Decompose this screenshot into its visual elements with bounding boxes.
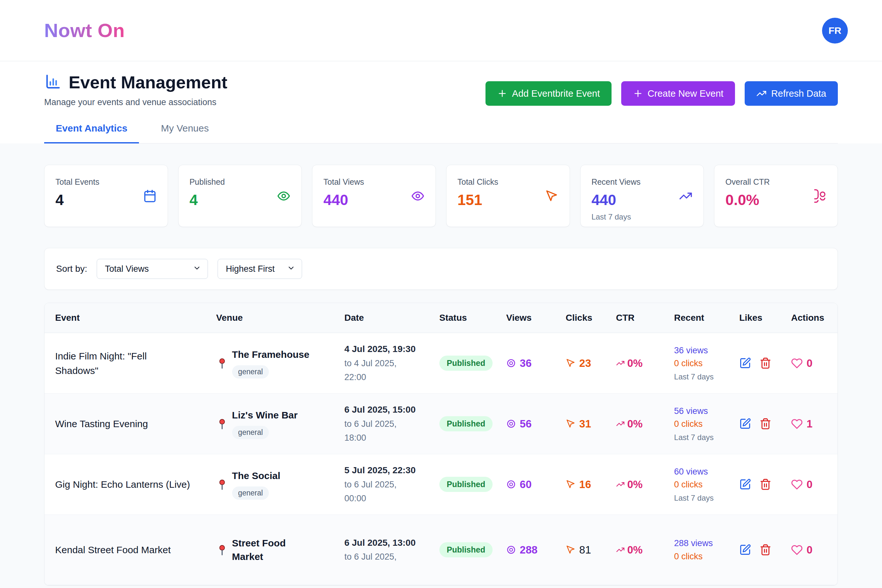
row-actions bbox=[733, 544, 786, 556]
likes-cell: 0 bbox=[786, 544, 837, 556]
clicks-count: 16 bbox=[579, 478, 591, 490]
column-header: Venue bbox=[211, 313, 338, 323]
cursor-icon bbox=[566, 419, 576, 429]
column-header: Actions bbox=[786, 313, 837, 323]
heart-icon[interactable] bbox=[791, 357, 803, 369]
sort-direction-select[interactable]: Highest First bbox=[218, 259, 302, 279]
trending-up-icon bbox=[616, 359, 625, 368]
date-start: 6 Jul 2025, 13:00 bbox=[344, 536, 431, 550]
column-header: Views bbox=[504, 313, 563, 323]
stat-sublabel: Last 7 days bbox=[591, 213, 693, 222]
refresh-data-button[interactable]: Refresh Data bbox=[745, 81, 838, 106]
delete-button[interactable] bbox=[759, 478, 771, 490]
recent-clicks: 0 clicks bbox=[674, 478, 716, 491]
delete-button[interactable] bbox=[759, 544, 771, 556]
cursor-icon bbox=[566, 479, 576, 489]
stat-card: Published 4 bbox=[178, 165, 302, 227]
stat-card: Recent Views 440 Last 7 days bbox=[580, 165, 704, 227]
date-to: to 6 Jul 2025, bbox=[344, 417, 431, 431]
recent-cell: 36 views 0 clicks Last 7 days bbox=[667, 344, 716, 382]
status-badge: Published bbox=[440, 477, 493, 492]
page-header: Event Management Manage your events and … bbox=[0, 61, 882, 144]
map-pin-icon bbox=[216, 418, 228, 430]
users-icon bbox=[813, 189, 826, 203]
date-start: 5 Jul 2025, 22:30 bbox=[344, 463, 431, 478]
tab-my-venues[interactable]: My Venues bbox=[149, 123, 220, 144]
stat-card: Total Events 4 bbox=[44, 165, 168, 227]
calendar-icon bbox=[143, 189, 157, 203]
date-cell: 5 Jul 2025, 22:30 to 6 Jul 2025, 00:00 bbox=[338, 463, 435, 506]
stat-card: Overall CTR 0.0% bbox=[714, 165, 838, 227]
tab-bar: Event Analytics My Venues bbox=[44, 123, 838, 144]
recent-clicks: 0 clicks bbox=[674, 417, 716, 430]
venue-name: The Framehouse bbox=[232, 348, 309, 362]
clicks-count: 81 bbox=[579, 544, 591, 556]
stat-value: 440 bbox=[323, 191, 424, 208]
add-eventbrite-event-button[interactable]: Add Eventbrite Event bbox=[486, 81, 611, 106]
venue-tag-badge: general bbox=[232, 365, 269, 378]
table-row: Wine Tasting Evening Liz's Wine Bar gene… bbox=[45, 394, 837, 454]
venue-info: The Social general bbox=[232, 469, 280, 500]
edit-button[interactable] bbox=[739, 357, 751, 369]
table-body: Indie Film Night: "Fell Shadows" The Fra… bbox=[45, 333, 837, 585]
venue-cell: Liz's Wine Bar general bbox=[211, 408, 338, 439]
recent-views: 288 views bbox=[674, 537, 714, 550]
sort-field-select[interactable]: Total Views bbox=[97, 259, 208, 279]
column-header: Recent bbox=[667, 313, 733, 323]
column-header: Likes bbox=[733, 313, 786, 323]
date-start: 6 Jul 2025, 15:00 bbox=[344, 403, 431, 417]
recent-period: Last 7 days bbox=[674, 371, 716, 382]
venue-cell: The Social general bbox=[211, 469, 338, 500]
ctr-cell: 0% bbox=[615, 418, 667, 430]
heart-icon[interactable] bbox=[791, 479, 803, 490]
table-header-row: EventVenueDateStatusViewsClicksCTRRecent… bbox=[45, 303, 837, 333]
stat-value: 4 bbox=[56, 191, 157, 208]
likes-count: 0 bbox=[807, 357, 812, 369]
stat-label: Total Views bbox=[323, 177, 424, 187]
avatar[interactable]: FR bbox=[822, 18, 848, 44]
edit-button[interactable] bbox=[739, 478, 751, 490]
edit-button[interactable] bbox=[739, 544, 751, 556]
stat-card: Total Views 440 bbox=[312, 165, 436, 227]
eye-icon bbox=[277, 189, 291, 203]
sort-direction-value: Highest First bbox=[226, 264, 274, 274]
date-to: to 4 Jul 2025, bbox=[344, 357, 431, 370]
ctr-cell: 0% bbox=[615, 478, 667, 490]
delete-button[interactable] bbox=[759, 357, 771, 369]
event-name: Indie Film Night: "Fell Shadows" bbox=[45, 342, 211, 384]
venue-info: Street Food Market bbox=[232, 536, 314, 564]
recent-cell: 60 views 0 clicks Last 7 days bbox=[667, 465, 716, 504]
views-cell: 36 bbox=[504, 357, 563, 369]
date-to: to 6 Jul 2025, bbox=[344, 478, 431, 492]
stat-card: Total Clicks 151 bbox=[446, 165, 570, 227]
bar-chart-icon bbox=[44, 73, 62, 92]
recent-cell: 56 views 0 clicks Last 7 days bbox=[667, 405, 716, 443]
create-new-event-button[interactable]: Create New Event bbox=[621, 81, 735, 106]
views-eye-icon bbox=[506, 358, 516, 368]
ctr-cell: 0% bbox=[615, 357, 667, 369]
chevron-down-icon bbox=[287, 264, 295, 274]
ctr-value: 0% bbox=[627, 357, 643, 369]
column-header: Event bbox=[45, 313, 211, 323]
heart-icon[interactable] bbox=[791, 418, 803, 430]
venue-cell: The Framehouse general bbox=[211, 348, 338, 378]
likes-count: 1 bbox=[807, 418, 812, 430]
brand-logo[interactable]: Nowt On bbox=[44, 20, 125, 42]
heart-icon[interactable] bbox=[791, 544, 803, 556]
likes-count: 0 bbox=[807, 478, 812, 490]
ctr-value: 0% bbox=[627, 478, 643, 490]
map-pin-icon bbox=[216, 544, 228, 556]
venue-cell: Street Food Market bbox=[211, 536, 338, 564]
sort-field-value: Total Views bbox=[105, 264, 148, 274]
event-name: Wine Tasting Evening bbox=[45, 410, 211, 438]
delete-button[interactable] bbox=[759, 418, 771, 430]
sort-label: Sort by: bbox=[56, 264, 87, 274]
recent-period: Last 7 days bbox=[674, 432, 716, 443]
tab-event-analytics[interactable]: Event Analytics bbox=[44, 123, 139, 144]
date-end-time: 18:00 bbox=[344, 431, 431, 445]
edit-button[interactable] bbox=[739, 418, 751, 430]
button-label: Create New Event bbox=[648, 88, 723, 99]
cursor-icon bbox=[545, 189, 559, 203]
venue-info: Liz's Wine Bar general bbox=[232, 408, 298, 439]
stat-label: Total Events bbox=[56, 177, 157, 187]
